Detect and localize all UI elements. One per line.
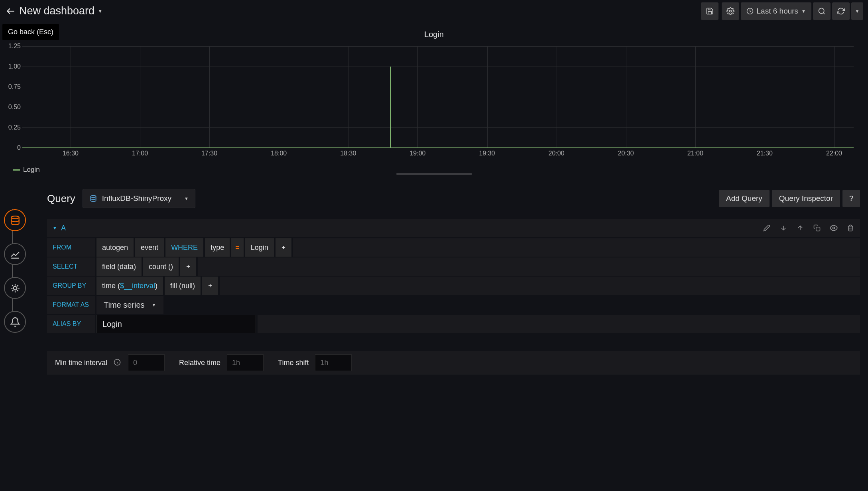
select-field[interactable]: field (data) — [96, 257, 142, 276]
info-button[interactable] — [114, 359, 122, 367]
tooltip: Go back (Esc) — [2, 24, 59, 40]
bug-icon — [10, 283, 20, 293]
toggle-visibility-button[interactable] — [830, 224, 838, 232]
min-interval-label: Min time interval — [55, 359, 107, 367]
caret-down-icon: ▼ — [98, 8, 102, 14]
time-shift-input[interactable]: 1h — [315, 354, 352, 371]
arrow-up-icon — [797, 224, 804, 232]
where-keyword[interactable]: WHERE — [165, 238, 203, 257]
database-icon — [10, 215, 20, 226]
remove-query-button[interactable] — [846, 224, 854, 232]
add-query-button[interactable]: Add Query — [719, 190, 770, 207]
info-icon — [114, 359, 121, 366]
svg-rect-10 — [816, 227, 820, 231]
add-groupby-button[interactable] — [202, 277, 218, 295]
trash-icon — [847, 224, 854, 232]
svg-point-7 — [91, 196, 96, 198]
min-interval-input[interactable]: 0 — [128, 354, 165, 371]
svg-point-11 — [833, 227, 835, 229]
y-tick: 0.25 — [8, 124, 21, 131]
tab-visualization[interactable] — [4, 243, 26, 265]
dashboard-title-dropdown[interactable]: New dashboard ▼ — [19, 5, 102, 17]
svg-point-3 — [819, 8, 824, 13]
zoom-out-button[interactable] — [813, 2, 831, 20]
editor-tabs — [4, 209, 28, 345]
move-down-button[interactable] — [779, 224, 787, 232]
duplicate-query-button[interactable] — [813, 224, 821, 232]
y-tick: 0.75 — [8, 83, 21, 90]
refresh-icon — [837, 7, 845, 15]
query-inspector-button[interactable]: Query Inspector — [772, 190, 840, 207]
back-button[interactable] — [5, 5, 17, 17]
plot-area[interactable] — [22, 46, 854, 148]
caret-down-icon: ▼ — [801, 9, 806, 14]
tab-queries[interactable] — [4, 209, 26, 231]
query-row-header[interactable]: ▼ A — [47, 219, 860, 237]
query-editor: Query InfluxDB-ShinyProxy ▼ Add Query Qu… — [47, 187, 860, 375]
dashboard-title: New dashboard — [19, 5, 94, 17]
from-row: FROM autogen event WHERE type = Login — [47, 238, 860, 257]
copy-icon — [813, 224, 821, 232]
x-tick: 21:00 — [687, 150, 703, 157]
help-button[interactable]: ? — [842, 190, 860, 207]
time-range-label: Last 6 hours — [757, 7, 799, 16]
time-range-picker[interactable]: Last 6 hours ▼ — [741, 2, 811, 20]
refresh-button[interactable] — [832, 2, 850, 20]
x-tick: 17:30 — [201, 150, 217, 157]
select-function[interactable]: count () — [143, 257, 179, 276]
query-row-actions — [763, 224, 854, 232]
query-a: ▼ A FROM autogen event WHERE type = Logi… — [47, 219, 860, 333]
groupby-keyword: GROUP BY — [47, 277, 95, 295]
resize-handle[interactable] — [396, 173, 472, 175]
x-tick: 20:30 — [618, 150, 634, 157]
groupby-time[interactable]: time ($__interval) — [96, 277, 163, 295]
data-bar — [390, 67, 391, 147]
x-tick: 16:30 — [63, 150, 79, 157]
svg-point-6 — [13, 286, 17, 290]
format-select[interactable]: Time series ▼ — [96, 296, 163, 314]
groupby-fill[interactable]: fill (null) — [165, 277, 201, 295]
formatas-row: FORMAT AS Time series ▼ — [47, 296, 860, 314]
alias-input[interactable]: Login — [96, 315, 256, 333]
svg-line-4 — [823, 12, 825, 14]
save-icon — [706, 7, 714, 15]
x-tick: 17:00 — [132, 150, 148, 157]
x-tick: 19:30 — [479, 150, 495, 157]
panel-title[interactable]: Login — [0, 30, 868, 39]
where-tag-key[interactable]: type — [205, 238, 230, 257]
datasource-name: InfluxDB-ShinyProxy — [102, 194, 171, 203]
tab-general[interactable] — [4, 277, 26, 299]
retention-policy-segment[interactable]: autogen — [96, 238, 134, 257]
add-where-button[interactable] — [276, 238, 291, 257]
time-shift-label: Time shift — [278, 359, 309, 367]
move-up-button[interactable] — [796, 224, 804, 232]
caret-down-icon: ▼ — [184, 196, 189, 201]
search-icon — [818, 7, 826, 15]
datasource-icon — [89, 194, 97, 202]
legend[interactable]: Login — [13, 166, 40, 174]
bell-icon — [10, 317, 20, 327]
measurement-segment[interactable]: event — [135, 238, 164, 257]
arrow-down-icon — [780, 224, 787, 232]
add-select-button[interactable] — [180, 257, 196, 276]
where-tag-value[interactable]: Login — [245, 238, 274, 257]
query-letter: A — [61, 224, 66, 232]
select-row: SELECT field (data) count () — [47, 257, 860, 276]
datasource-picker[interactable]: InfluxDB-ShinyProxy ▼ — [83, 189, 195, 208]
groupby-row: GROUP BY time ($__interval) fill (null) — [47, 277, 860, 295]
x-tick: 18:30 — [340, 150, 356, 157]
refresh-interval-dropdown[interactable]: ▼ — [851, 2, 863, 20]
settings-button[interactable] — [722, 2, 739, 20]
edit-query-button[interactable] — [763, 224, 771, 232]
save-button[interactable] — [701, 2, 718, 20]
plus-icon — [207, 283, 213, 289]
x-tick: 21:30 — [757, 150, 773, 157]
toolbar-buttons — [699, 2, 739, 20]
time-options: Min time interval 0 Relative time 1h Tim… — [47, 351, 860, 375]
relative-time-input[interactable]: 1h — [227, 354, 264, 371]
tab-alert[interactable] — [4, 311, 26, 333]
where-operator[interactable]: = — [231, 238, 244, 257]
pencil-icon — [763, 224, 770, 232]
relative-time-label: Relative time — [179, 359, 220, 367]
query-header: Query InfluxDB-ShinyProxy ▼ Add Query Qu… — [47, 187, 860, 210]
